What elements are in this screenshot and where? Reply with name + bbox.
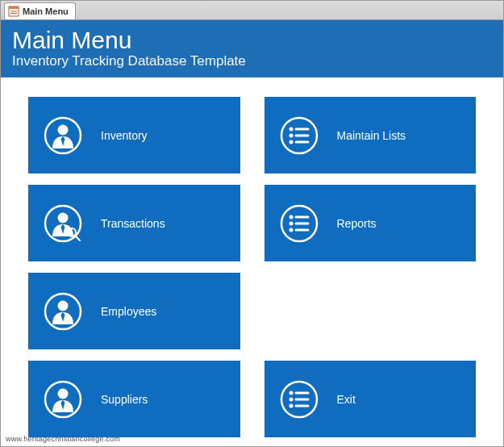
svg-point-17 [289,133,293,137]
tile-label: Maintain Lists [337,129,406,142]
svg-point-13 [58,388,69,399]
tile-transactions[interactable]: Transactions [28,185,240,261]
svg-point-15 [289,127,293,131]
tile-label: Exit [337,393,356,406]
svg-point-11 [58,300,69,311]
tile-reports[interactable]: Reports [264,185,477,261]
svg-point-26 [289,228,293,232]
tile-exit[interactable]: Exit [264,361,477,437]
person-icon [43,379,83,420]
list-icon [279,203,319,244]
person-icon [43,115,83,156]
page-subtitle: Inventory Tracking Database Template [12,53,492,69]
list-icon [279,115,319,156]
tab-bar: Main Menu [1,1,503,20]
tab-main-menu[interactable]: Main Menu [4,2,76,19]
tile-label: Employees [101,305,156,318]
tab-label: Main Menu [23,6,69,16]
watermark: www.heritagechristiancollege.com [6,435,120,443]
svg-point-7 [58,212,69,223]
svg-point-5 [58,124,69,135]
tile-inventory[interactable]: Inventory [28,97,240,173]
list-icon [279,379,319,420]
svg-point-33 [289,403,293,407]
svg-point-22 [289,215,293,219]
svg-point-24 [289,221,293,225]
svg-point-31 [289,397,293,401]
tile-employees[interactable]: Employees [28,273,240,349]
svg-point-29 [289,391,293,395]
tile-label: Transactions [101,217,165,230]
tile-label: Reports [337,217,377,230]
left-column: Inventory Transactions Employees Supplie… [28,97,240,446]
page-title: Main Menu [12,27,492,53]
tile-label: Suppliers [101,393,148,406]
svg-line-9 [75,236,80,240]
main-body: Inventory Transactions Employees Supplie… [1,77,503,446]
right-column: Maintain Lists Reports Exit [264,97,477,446]
person-search-icon [43,203,83,244]
form-icon [8,6,19,17]
person-icon [43,291,83,332]
svg-rect-1 [9,6,19,9]
tile-suppliers[interactable]: Suppliers [28,361,240,437]
window: Main Menu Main Menu Inventory Tracking D… [0,0,504,447]
svg-point-19 [289,140,293,144]
tile-label: Inventory [101,129,148,142]
page-header: Main Menu Inventory Tracking Database Te… [1,20,503,77]
tile-maintain-lists[interactable]: Maintain Lists [264,97,477,173]
